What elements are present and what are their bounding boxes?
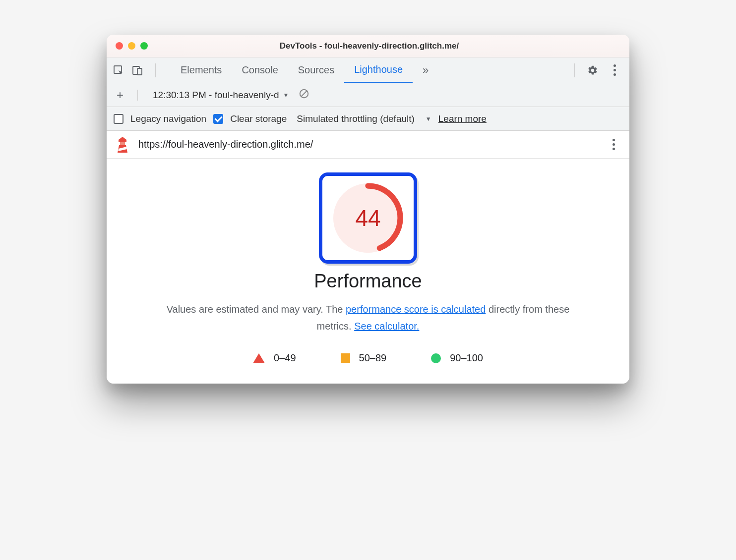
separator xyxy=(574,63,575,77)
triangle-icon xyxy=(253,353,265,363)
separator xyxy=(155,63,156,77)
more-tabs-icon[interactable]: » xyxy=(413,57,438,83)
score-legend: 0–49 50–89 90–100 xyxy=(253,352,483,364)
learn-more-link[interactable]: Learn more xyxy=(438,113,487,124)
separator xyxy=(137,90,138,101)
legacy-navigation-label: Legacy navigation xyxy=(130,113,206,124)
inspect-element-icon[interactable] xyxy=(113,64,124,76)
report-url: https://foul-heavenly-direction.glitch.m… xyxy=(138,139,598,150)
report-select-label: 12:30:13 PM - foul-heavenly-d xyxy=(153,90,279,101)
legacy-navigation-checkbox[interactable] xyxy=(114,114,123,124)
throttling-label: Simulated throttling (default) xyxy=(297,113,415,124)
legend-good: 90–100 xyxy=(431,352,483,364)
legend-avg: 50–89 xyxy=(341,352,387,364)
performance-title: Performance xyxy=(314,271,422,292)
throttling-select[interactable]: Simulated throttling (default) ▼ xyxy=(297,113,431,124)
svg-rect-2 xyxy=(137,68,142,75)
report-select[interactable]: 12:30:13 PM - foul-heavenly-d ▼ xyxy=(149,88,293,103)
window-title: DevTools - foul-heavenly-direction.glitc… xyxy=(118,41,620,51)
legend-poor: 0–49 xyxy=(253,352,296,364)
performance-score: 44 xyxy=(331,181,405,255)
square-icon xyxy=(341,353,350,363)
new-report-button[interactable]: + xyxy=(114,88,126,102)
device-toolbar-icon[interactable] xyxy=(131,64,143,76)
score-highlight-box: 44 xyxy=(319,172,417,264)
score-calc-link[interactable]: performance score is calculated xyxy=(346,304,486,315)
legend-poor-label: 0–49 xyxy=(274,352,296,364)
legend-good-label: 90–100 xyxy=(450,352,483,364)
clear-icon[interactable] xyxy=(299,88,309,102)
lighthouse-options: Legacy navigation Clear storage Simulate… xyxy=(107,107,629,131)
lighthouse-icon xyxy=(116,137,129,153)
desc-text-1: Values are estimated and may vary. The xyxy=(167,304,346,315)
settings-icon[interactable] xyxy=(584,61,602,79)
legend-avg-label: 50–89 xyxy=(359,352,387,364)
tab-elements[interactable]: Elements xyxy=(171,57,232,83)
tab-lighthouse[interactable]: Lighthouse xyxy=(344,57,413,83)
chevron-down-icon: ▼ xyxy=(283,92,289,99)
report-menu-icon[interactable] xyxy=(607,139,620,150)
lighthouse-report: 44 Performance Values are estimated and … xyxy=(107,159,629,384)
svg-line-4 xyxy=(302,91,307,97)
tab-sources[interactable]: Sources xyxy=(288,57,344,83)
more-options-icon[interactable] xyxy=(606,61,623,79)
chevron-down-icon: ▼ xyxy=(426,115,431,122)
see-calculator-link[interactable]: See calculator. xyxy=(354,321,419,332)
report-urlbar: https://foul-heavenly-direction.glitch.m… xyxy=(107,131,629,159)
devtools-window: DevTools - foul-heavenly-direction.glitc… xyxy=(107,35,629,384)
tab-console[interactable]: Console xyxy=(232,57,288,83)
clear-storage-label: Clear storage xyxy=(230,113,287,124)
devtools-tabstrip: Elements Console Sources Lighthouse » xyxy=(107,57,629,83)
titlebar: DevTools - foul-heavenly-direction.glitc… xyxy=(107,35,629,57)
svg-marker-5 xyxy=(119,137,126,142)
lighthouse-toolbar: + 12:30:13 PM - foul-heavenly-d ▼ xyxy=(107,83,629,107)
circle-icon xyxy=(431,353,441,363)
performance-description: Values are estimated and may vary. The p… xyxy=(165,301,571,335)
svg-rect-6 xyxy=(120,142,125,145)
clear-storage-checkbox[interactable] xyxy=(213,114,223,124)
performance-gauge: 44 xyxy=(331,181,405,255)
